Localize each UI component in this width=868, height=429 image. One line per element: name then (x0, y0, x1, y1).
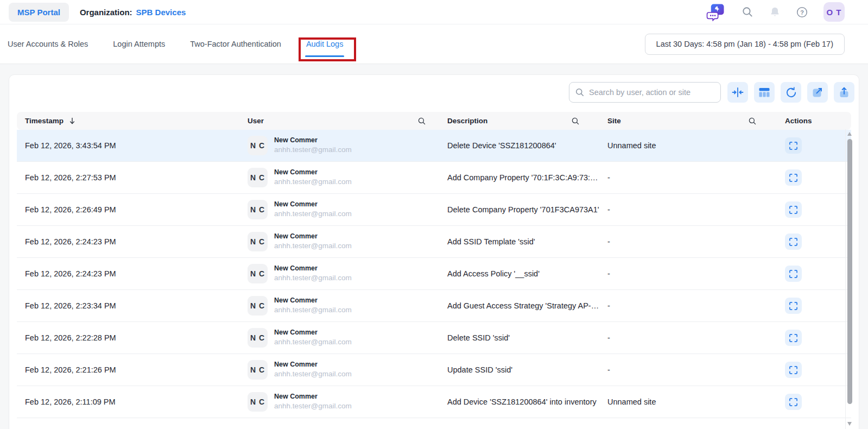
user-initials-avatar: N C (248, 168, 268, 187)
vertical-scrollbar[interactable] (845, 129, 853, 429)
open-in-new-icon (812, 86, 823, 98)
tab-two-factor-authentication[interactable]: Two-Factor Authentication (190, 24, 281, 64)
organization-value-link[interactable]: SPB Devices (136, 8, 186, 17)
expand-icon (789, 365, 798, 375)
description-cell: Delete Device 'SSZ181200864' (439, 141, 599, 150)
table-row[interactable]: Feb 12, 2026, 2:11:09 PM N C New Commer … (17, 386, 851, 418)
export-button[interactable] (834, 82, 854, 103)
expand-row-button[interactable] (785, 394, 802, 410)
user-initials-avatar: N C (248, 392, 268, 412)
expand-row-button[interactable] (785, 234, 802, 250)
site-cell: - (599, 365, 762, 374)
table-body: Feb 12, 2026, 3:43:54 PM N C New Commer … (17, 130, 851, 418)
user-cell: N C New Commer anhh.tester@gmail.com (239, 392, 439, 412)
site-cell: - (599, 173, 762, 182)
sort-descending-icon[interactable] (68, 117, 76, 125)
active-tab-underline (305, 55, 345, 57)
column-header-site[interactable]: Site (599, 117, 762, 125)
user-avatar[interactable]: O T (823, 2, 845, 22)
description-cell: Add Access Policy '__ssid' (439, 269, 599, 278)
site-cell: - (599, 269, 762, 278)
column-header-user[interactable]: User (239, 117, 439, 125)
tab-label: Login Attempts (113, 40, 165, 48)
expand-row-button[interactable] (785, 169, 802, 186)
expand-row-button[interactable] (785, 201, 802, 218)
tab-login-attempts[interactable]: Login Attempts (113, 24, 165, 64)
user-name: New Commer (274, 264, 352, 273)
user-initials-avatar: N C (248, 328, 268, 348)
expand-row-button[interactable] (785, 137, 802, 154)
search-icon[interactable] (417, 117, 426, 125)
scroll-up-arrow-icon[interactable] (847, 132, 852, 136)
user-cell: N C New Commer anhh.tester@gmail.com (239, 328, 439, 348)
tab-audit-logs[interactable]: Audit Logs (306, 24, 344, 64)
search-icon[interactable] (742, 6, 753, 18)
top-bar: MSP Portal Organization: SPB Devices (0, 0, 868, 24)
tab-user-accounts-roles[interactable]: User Accounts & Roles (8, 24, 88, 64)
user-email: anhh.tester@gmail.com (274, 305, 352, 315)
timestamp-cell: Feb 12, 2026, 2:27:53 PM (17, 173, 239, 182)
actions-cell (762, 362, 851, 378)
table-toolbar (9, 75, 859, 103)
timestamp-cell: Feb 12, 2026, 2:11:09 PM (17, 398, 239, 406)
user-initials-avatar: N C (248, 200, 268, 219)
expand-row-button[interactable] (785, 362, 802, 378)
search-input[interactable] (569, 82, 721, 103)
tab-label: Audit Logs (306, 40, 344, 48)
help-icon[interactable]: ? (796, 7, 808, 18)
timestamp-cell: Feb 12, 2026, 3:43:54 PM (17, 141, 239, 150)
user-meta: New Commer anhh.tester@gmail.com (274, 360, 352, 379)
collapse-columns-button[interactable] (727, 82, 748, 103)
user-cell: N C New Commer anhh.tester@gmail.com (239, 360, 439, 380)
user-name: New Commer (274, 328, 352, 337)
timestamp-cell: Feb 12, 2026, 2:24:23 PM (17, 269, 239, 278)
search-icon[interactable] (748, 117, 757, 125)
table-row[interactable]: Feb 12, 2026, 3:43:54 PM N C New Commer … (17, 130, 851, 162)
assistant-icon[interactable] (704, 3, 726, 21)
column-label: Actions (785, 117, 812, 125)
table-row[interactable]: Feb 12, 2026, 2:27:53 PM N C New Commer … (17, 162, 851, 194)
table-row[interactable]: Feb 12, 2026, 2:22:28 PM N C New Commer … (17, 322, 851, 354)
content-area: Timestamp User (0, 64, 868, 429)
user-meta: New Commer anhh.tester@gmail.com (274, 264, 352, 283)
scroll-down-arrow-icon[interactable] (847, 422, 852, 426)
search-icon[interactable] (571, 117, 580, 125)
table-row[interactable]: Feb 12, 2026, 2:26:49 PM N C New Commer … (17, 194, 851, 226)
user-email: anhh.tester@gmail.com (274, 241, 352, 251)
date-range-picker[interactable]: Last 30 Days: 4:58 pm (Jan 18) - 4:58 pm… (645, 34, 845, 55)
tab-label: Two-Factor Authentication (190, 40, 281, 48)
refresh-button[interactable] (781, 82, 801, 103)
open-in-new-button[interactable] (807, 82, 828, 103)
column-header-timestamp[interactable]: Timestamp (17, 117, 239, 125)
user-meta: New Commer anhh.tester@gmail.com (274, 328, 352, 347)
table-row[interactable]: Feb 12, 2026, 2:24:23 PM N C New Commer … (17, 258, 851, 290)
description-cell: Add Device 'SSZ181200864' into inventory (439, 398, 599, 406)
column-header-description[interactable]: Description (439, 117, 599, 125)
expand-icon (789, 398, 798, 407)
site-cell: Unnamed site (599, 141, 762, 150)
actions-cell (762, 169, 851, 186)
user-cell: N C New Commer anhh.tester@gmail.com (239, 232, 439, 251)
refresh-icon (785, 86, 797, 99)
svg-text:?: ? (800, 9, 804, 15)
table-row[interactable]: Feb 12, 2026, 2:23:34 PM N C New Commer … (17, 290, 851, 322)
columns-button[interactable] (754, 82, 775, 103)
expand-row-button[interactable] (785, 266, 802, 282)
column-header-actions: Actions (762, 117, 851, 125)
expand-icon (789, 237, 798, 247)
bell-icon[interactable] (769, 6, 781, 18)
user-email: anhh.tester@gmail.com (274, 369, 352, 379)
user-cell: N C New Commer anhh.tester@gmail.com (239, 296, 439, 316)
user-meta: New Commer anhh.tester@gmail.com (274, 232, 352, 251)
table-row[interactable]: Feb 12, 2026, 2:24:23 PM N C New Commer … (17, 226, 851, 258)
table-row[interactable]: Feb 12, 2026, 2:21:26 PM N C New Commer … (17, 354, 851, 386)
expand-row-button[interactable] (785, 330, 802, 346)
user-name: New Commer (274, 168, 352, 177)
scrollbar-thumb[interactable] (847, 139, 852, 404)
expand-icon (789, 301, 798, 311)
column-label: User (248, 117, 264, 125)
site-cell: - (599, 237, 762, 246)
msp-portal-button[interactable]: MSP Portal (9, 3, 69, 22)
expand-icon (789, 173, 798, 182)
expand-row-button[interactable] (785, 298, 802, 314)
